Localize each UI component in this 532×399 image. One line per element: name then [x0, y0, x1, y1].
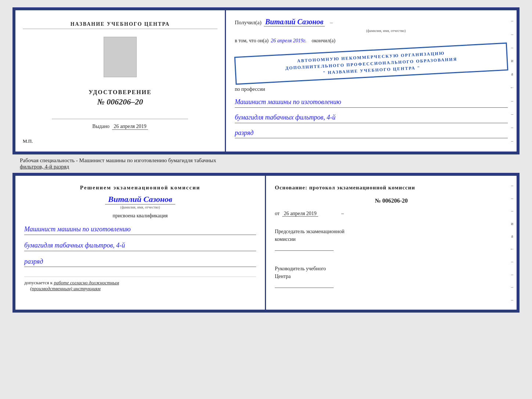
fio-handwritten-top: Виталий Сазонов	[264, 18, 325, 26]
cert-right-panel: Получил(а) Виталий Сазонов – (фамилия, и…	[226, 10, 517, 152]
protocol-number: № 006206-20	[275, 197, 508, 204]
dopuskaetsya-italic-2: (производственным) инструкциям	[30, 286, 101, 291]
middle-line1: Рабочая специальность - Машинист машины …	[20, 157, 512, 164]
okonchil-label: окончил(а)	[312, 38, 335, 44]
v-tom-line: в том, что он(а) 26 апреля 2019г. окончи…	[235, 38, 508, 44]
predsedatel-title: Председатель экзаменационной комиссии	[275, 228, 508, 243]
mp-label: М.П.	[23, 138, 33, 144]
vydano-label: Выдано	[92, 124, 109, 129]
vydano-block: Выдано 26 апреля 2019	[92, 124, 148, 130]
predsedatel-block: Председатель экзаменационной комиссии	[275, 228, 508, 251]
kval-handwritten-1: Машинист машины по изготовлению	[24, 224, 256, 235]
certificate-top: НАЗВАНИЕ УЧЕБНОГО ЦЕНТРА УДОСТОВЕРЕНИЕ №…	[12, 7, 520, 154]
udostoverenie-block: УДОСТОВЕРЕНИЕ № 006206–20	[89, 89, 152, 107]
poluchil-label: Получил(а)	[235, 19, 262, 26]
photo-placeholder	[104, 37, 137, 77]
udostoverenie-number: № 006206–20	[89, 97, 152, 107]
side-dashes-bottom: –––иа←––––	[509, 176, 515, 310]
dopuskaetsya-italic-1: работе согласно должностным	[54, 280, 119, 285]
center-name-label: НАЗВАНИЕ УЧЕБНОГО ЦЕНТРА	[23, 21, 218, 29]
po-professii-label: по профессии	[235, 86, 508, 92]
dopuskaetsya-label: допускается к	[24, 280, 53, 285]
kval-handwritten-3: разряд	[24, 256, 256, 267]
date-handwritten: 26 апреля 2019г.	[271, 38, 306, 44]
cert-left-panel: НАЗВАНИЕ УЧЕБНОГО ЦЕНТРА УДОСТОВЕРЕНИЕ №…	[15, 10, 226, 152]
v-tom-label: в том, что он(а)	[235, 38, 269, 44]
prof-handwritten-1: Машинист машины по изготовлению	[235, 97, 508, 108]
ot-block: от 26 апреля 2019 –	[275, 211, 508, 217]
side-dashes-top: –––иа←––––	[509, 10, 515, 152]
stamp-block: АВТОНОМНУЮ НЕКОММЕРЧЕСКУЮ ОРГАНИЗАЦИЮ ДО…	[234, 43, 508, 85]
middle-text: Рабочая специальность - Машинист машины …	[12, 154, 520, 173]
fio-block-bottom: Виталий Сазонов (фамилия, имя, отчество)	[24, 195, 256, 209]
rukovoditel-signature-line	[275, 288, 334, 288]
fio-subtitle-top: (фамилия, имя, отчество)	[264, 29, 508, 33]
prof-handwritten-3: разряд	[235, 128, 508, 139]
rukovoditel-block: Руководитель учебного Центра	[275, 265, 508, 288]
udostoverenie-label: УДОСТОВЕРЕНИЕ	[89, 89, 152, 96]
bottom-left-panel: Решением экзаменационной комиссии Витали…	[15, 176, 266, 310]
fio-sub-bottom: (фамилия, имя, отчество)	[24, 205, 256, 209]
rukovoditel-title: Руководитель учебного Центра	[275, 265, 508, 280]
certificate-bottom: Решением экзаменационной комиссии Витали…	[12, 173, 520, 313]
osnovanie-title: Основание: протокол экзаменационной коми…	[275, 185, 508, 191]
prof-handwritten-2: бумагидля табачных фильтров, 4-й	[235, 112, 508, 123]
bottom-right-panel: Основание: протокол экзаменационной коми…	[266, 176, 517, 310]
prisvoyena-text: присвоена квалификация	[24, 213, 256, 219]
resheniyem-title: Решением экзаменационной комиссии	[24, 185, 256, 191]
poluchil-line: Получил(а) Виталий Сазонов – (фамилия, и…	[235, 18, 508, 33]
ot-date: 26 апреля 2019	[282, 211, 318, 217]
dopuskaetsya-block: допускается к работе согласно должностны…	[24, 277, 256, 292]
fio-handwritten-bottom: Виталий Сазонов	[105, 195, 175, 204]
kval-handwritten-2: бумагидля табачных фильтров, 4-й	[24, 240, 256, 251]
ot-label: от	[275, 211, 280, 216]
vydano-date: 26 апреля 2019	[112, 124, 148, 130]
predsedatel-signature-line	[275, 250, 334, 251]
middle-line2: фильтров, 4-й разряд	[20, 164, 512, 170]
